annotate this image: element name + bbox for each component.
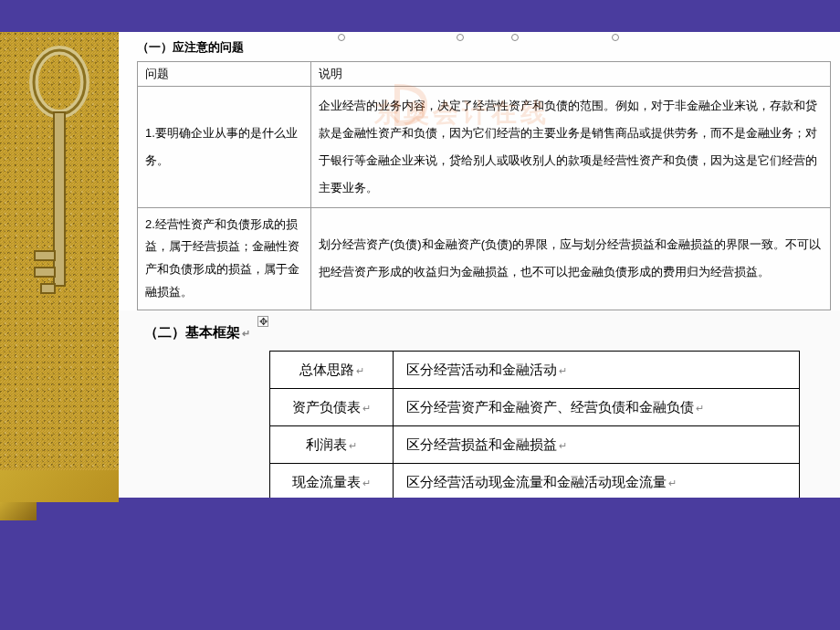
table2-row1-value: 区分经营资产和金融资产、经营负债和金融负债↵ xyxy=(394,388,800,425)
sidebar-texture xyxy=(0,32,119,470)
table2-row3-label: 现金流量表↵ xyxy=(270,463,394,498)
table2-row1-label: 资产负债表↵ xyxy=(270,388,394,425)
slide-content: （一）应注意的问题 东奥会计在线 问题 说明 1.要明确企业从事的是什么业务。 … xyxy=(119,32,840,498)
svg-rect-3 xyxy=(35,251,55,260)
svg-rect-5 xyxy=(41,284,55,293)
selection-handle[interactable] xyxy=(612,34,619,41)
selection-handle[interactable] xyxy=(338,34,345,41)
selection-handle[interactable] xyxy=(511,34,519,41)
table1-header-col2: 说明 xyxy=(311,62,831,87)
table-row: 利润表↵ 区分经营损益和金融损益↵ xyxy=(270,425,800,463)
table2-row0-label: 总体思路↵ xyxy=(270,351,394,388)
table1-row0-explanation: 企业经营的业务内容，决定了经营性资产和负债的范围。例如，对于非金融企业来说，存款… xyxy=(311,87,831,208)
table-move-handle-icon[interactable]: ✥ xyxy=(257,316,268,327)
table1-row0-problem: 1.要明确企业从事的是什么业务。 xyxy=(138,87,311,208)
table1-row1-problem: 2.经营性资产和负债形成的损益，属于经营损益；金融性资产和负债形成的损益，属于金… xyxy=(138,207,311,310)
framework-table: 总体思路↵ 区分经营活动和金融活动↵ 资产负债表↵ 区分经营资产和金融资产、经营… xyxy=(269,351,800,499)
problems-table: 问题 说明 1.要明确企业从事的是什么业务。 企业经营的业务内容，决定了经营性资… xyxy=(137,61,831,310)
table2-row3-value: 区分经营活动现金流量和金融活动现金流量↵ xyxy=(394,463,800,498)
sidebar-texture-bottom xyxy=(0,470,119,502)
table1-header-col1: 问题 xyxy=(138,62,311,87)
svg-rect-4 xyxy=(35,268,55,277)
table-row: 总体思路↵ 区分经营活动和金融活动↵ xyxy=(270,351,800,388)
table1-row1-explanation: 划分经营资产(负债)和金融资产(负债)的界限，应与划分经营损益和金融损益的界限一… xyxy=(311,207,831,310)
section2-area: （二）基本框架↵ ✥ 总体思路↵ 区分经营活动和金融活动↵ 资产负债表↵ 区分经… xyxy=(119,310,840,499)
table2-row2-label: 利润表↵ xyxy=(270,425,394,463)
sidebar-texture-corner xyxy=(0,502,37,520)
watermark-logo-icon xyxy=(393,82,429,128)
table2-row0-value: 区分经营活动和金融活动↵ xyxy=(394,351,800,388)
svg-point-1 xyxy=(34,50,85,114)
section1-title: （一）应注意的问题 xyxy=(119,32,840,61)
table2-row2-value: 区分经营损益和金融损益↵ xyxy=(394,425,800,463)
section2-title: （二）基本框架↵ xyxy=(119,310,840,351)
table-row: 现金流量表↵ 区分经营活动现金流量和金融活动现金流量↵ xyxy=(270,463,800,498)
table-row: 资产负债表↵ 区分经营资产和金融资产、经营负债和金融负债↵ xyxy=(270,388,800,425)
key-icon xyxy=(27,41,91,324)
selection-handle[interactable] xyxy=(457,34,464,41)
